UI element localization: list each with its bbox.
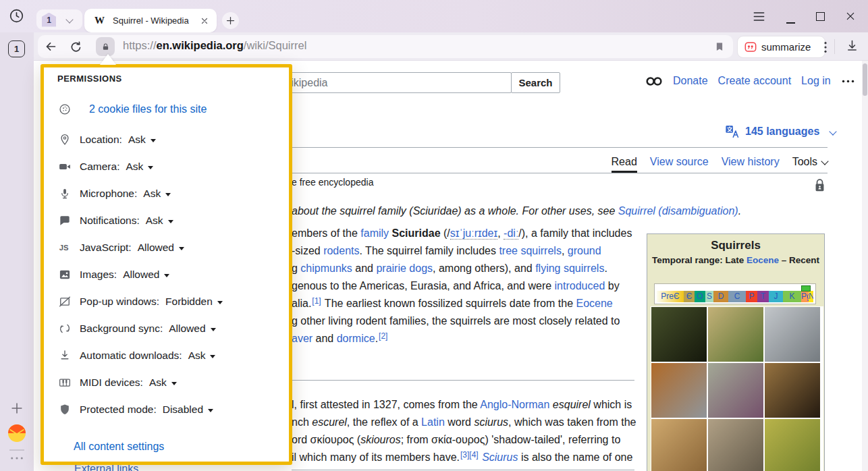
wiki-link[interactable]: introduced bbox=[555, 280, 605, 292]
appearance-glasses-icon[interactable] bbox=[645, 76, 663, 86]
yandex-mail-icon[interactable] bbox=[7, 424, 26, 443]
geo-period-C[interactable]: C bbox=[728, 291, 746, 302]
permission-value-dropdown[interactable]: Ask bbox=[146, 215, 173, 227]
wiki-link[interactable]: family bbox=[360, 227, 389, 239]
permission-value-dropdown[interactable]: Disabled bbox=[163, 404, 213, 416]
permission-value-dropdown[interactable]: Ask bbox=[149, 377, 177, 389]
tab-close-icon[interactable] bbox=[200, 17, 209, 25]
languages-selector[interactable]: 145 languages bbox=[725, 124, 836, 139]
text-line: il which many of its members have.[3][4]… bbox=[292, 449, 636, 466]
back-button[interactable] bbox=[43, 39, 58, 54]
history-clock-icon[interactable] bbox=[9, 8, 24, 24]
downloads-button[interactable] bbox=[845, 38, 859, 53]
wiki-link[interactable]: ground bbox=[568, 245, 601, 256]
wiki-link[interactable]: sɪˈjuːrɪdeɪ bbox=[450, 227, 497, 240]
reload-button[interactable] bbox=[69, 40, 83, 54]
link-create-account[interactable]: Create account bbox=[718, 75, 792, 87]
geo-period-PreЄ[interactable]: PreЄ bbox=[657, 291, 684, 302]
sidebar-more-icon[interactable] bbox=[10, 456, 24, 460]
geo-period-S[interactable]: S bbox=[705, 291, 713, 302]
wiki-link[interactable]: Eocene bbox=[747, 255, 779, 265]
wiki-link[interactable]: Latin bbox=[421, 416, 445, 428]
new-tab-button[interactable] bbox=[222, 12, 239, 29]
tab-read[interactable]: Read bbox=[612, 153, 637, 173]
download-arrow-icon bbox=[845, 38, 859, 53]
geo-period-J[interactable]: J bbox=[769, 291, 783, 302]
summarize-button[interactable]: summarize bbox=[737, 36, 825, 58]
permission-value-dropdown[interactable]: Ask bbox=[128, 134, 156, 146]
wiki-link[interactable]: [1] bbox=[312, 296, 321, 306]
link-donate[interactable]: Donate bbox=[673, 75, 708, 87]
text-line: aver and dormice.[2] bbox=[292, 330, 632, 348]
reload-icon bbox=[69, 40, 83, 54]
plus-icon bbox=[9, 401, 24, 416]
url-bar[interactable]: https://en.wikipedia.org/wiki/Squirrel bbox=[123, 39, 306, 52]
sidebar-add-button[interactable] bbox=[9, 401, 24, 416]
tab-view-history[interactable]: View history bbox=[722, 153, 780, 173]
geo-period-N[interactable]: N bbox=[809, 291, 813, 302]
text-segment: l, first attested in 1327, comes from th… bbox=[292, 399, 480, 410]
scrollbar-track[interactable] bbox=[862, 61, 868, 471]
tab-tools[interactable]: Tools bbox=[792, 153, 828, 173]
permission-value-dropdown[interactable]: Allowed bbox=[138, 242, 184, 254]
wiki-link[interactable]: Eocene bbox=[576, 298, 612, 309]
wiki-link[interactable]: chipmunks bbox=[300, 262, 352, 274]
squirrel-photo-6 bbox=[765, 363, 820, 418]
geo-period-O[interactable]: O bbox=[695, 291, 705, 302]
permission-label: Pop-up windows: bbox=[80, 296, 159, 308]
permission-value-dropdown[interactable]: Allowed bbox=[169, 323, 215, 335]
geo-period-D[interactable]: D bbox=[713, 291, 728, 302]
permission-value-dropdown[interactable]: Ask bbox=[143, 188, 171, 200]
wiki-link[interactable]: flying squirrels bbox=[535, 262, 604, 274]
tab-squirrel-wikipedia[interactable]: W Squirrel - Wikipedia bbox=[84, 9, 217, 32]
site-lock-badge[interactable] bbox=[96, 37, 115, 56]
wiki-link[interactable]: Squirrel (disambiguation) bbox=[618, 205, 738, 217]
squirrel-photo-8 bbox=[708, 419, 763, 471]
text-segment: The earliest known fossilized squirrels … bbox=[322, 298, 576, 309]
geo-period-T[interactable]: T bbox=[757, 291, 769, 302]
geo-period-P[interactable]: P bbox=[746, 291, 757, 302]
wiki-link[interactable]: [3][4] bbox=[460, 450, 479, 460]
sidebar-tab-counter[interactable]: 1 bbox=[8, 40, 25, 57]
wiki-link[interactable]: -diː bbox=[504, 227, 518, 240]
text-segment: g other living rodent families, the squi… bbox=[292, 315, 620, 327]
link-log-in[interactable]: Log in bbox=[801, 75, 831, 87]
search-button[interactable]: Search bbox=[511, 72, 560, 93]
permission-row-midi-devices: MIDI devices:Ask bbox=[58, 375, 177, 390]
permission-value-dropdown[interactable]: Ask bbox=[126, 161, 153, 173]
geo-period-Pg[interactable]: Pg bbox=[801, 291, 809, 302]
location-pin-icon bbox=[58, 133, 72, 146]
tab-group-pill[interactable]: 1 bbox=[36, 9, 82, 30]
wiki-link[interactable]: prairie dogs bbox=[376, 262, 433, 274]
geo-period-Є[interactable]: Є bbox=[684, 291, 695, 302]
maximize-button[interactable] bbox=[811, 0, 829, 32]
text-segment: alia. bbox=[292, 298, 311, 309]
permission-value-dropdown[interactable]: Ask bbox=[188, 350, 216, 362]
more-options-icon[interactable] bbox=[823, 41, 828, 53]
scrollbar-thumb[interactable] bbox=[863, 63, 867, 96]
permission-value-dropdown[interactable]: Allowed bbox=[123, 269, 169, 281]
wiki-link[interactable]: aver bbox=[292, 333, 313, 344]
hatnote: about the squirrel family (Sciuridae) as… bbox=[292, 204, 741, 219]
permission-value-dropdown[interactable]: Forbidden bbox=[165, 296, 223, 308]
wiki-link[interactable]: [2] bbox=[379, 331, 387, 341]
cookie-files-link[interactable]: 2 cookie files for this site bbox=[89, 103, 207, 115]
geologic-timeline: PreЄЄOSDCPTJKPgN bbox=[654, 283, 816, 304]
browser-menu-button[interactable] bbox=[751, 0, 767, 32]
geo-period-K[interactable]: K bbox=[783, 291, 801, 302]
wiki-link[interactable]: Sciurus bbox=[482, 451, 518, 463]
summarize-label: summarize bbox=[761, 41, 811, 53]
wiki-link[interactable]: tree squirrels bbox=[499, 245, 561, 256]
bookmark-button[interactable] bbox=[713, 39, 726, 54]
more-menu-icon[interactable] bbox=[841, 79, 855, 84]
all-content-settings-link[interactable]: All content settings bbox=[74, 441, 164, 453]
wiki-link[interactable]: Anglo-Norman bbox=[480, 399, 549, 410]
tab-view-source[interactable]: View source bbox=[650, 153, 709, 173]
page-protection-lock-icon[interactable] bbox=[813, 177, 826, 193]
caret-down-icon bbox=[171, 382, 177, 385]
infobox-title: Squirrels bbox=[647, 239, 824, 252]
window-close-button[interactable] bbox=[842, 0, 859, 32]
wiki-link[interactable]: dormice bbox=[337, 333, 375, 344]
title-bar: 1 W Squirrel - Wikipedia bbox=[0, 0, 868, 32]
wiki-link[interactable]: rodents bbox=[323, 245, 359, 256]
